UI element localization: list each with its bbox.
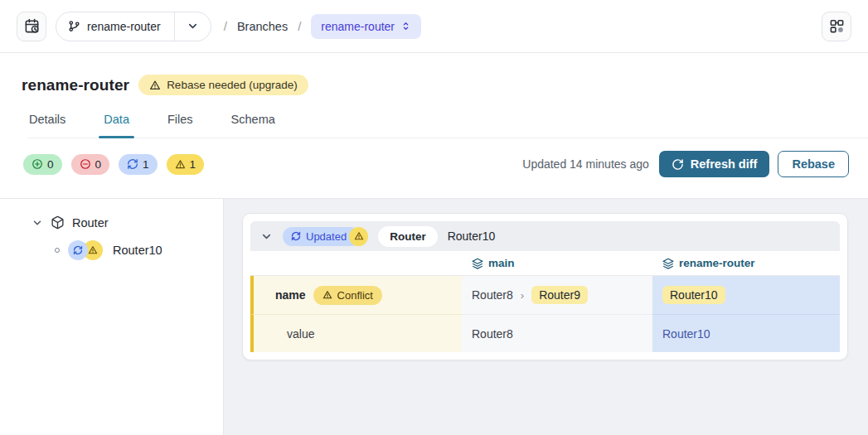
item-status-badges xyxy=(68,240,103,260)
top-bar: rename-router / Branches / rename-router xyxy=(0,0,868,53)
entity-type-pill: Router xyxy=(378,226,438,247)
tree-router-label: Router xyxy=(72,216,109,230)
column-header-rename-router: rename-router xyxy=(652,257,840,269)
layers-icon xyxy=(662,258,674,269)
removed-count: 0 xyxy=(95,158,102,171)
diff-column-headers: main rename-router xyxy=(250,251,840,276)
tab-bar: Details Data Files Schema xyxy=(27,113,868,138)
breadcrumb: / Branches / rename-router xyxy=(224,14,421,39)
branch-selector-label: rename-router xyxy=(87,20,161,33)
entity-name-label: Router10 xyxy=(448,230,496,243)
plus-circle-icon xyxy=(32,158,43,170)
diff-counts: 0 0 1 1 xyxy=(23,154,204,175)
home-logo-button[interactable] xyxy=(17,12,46,41)
breadcrumb-current-branch-select[interactable]: rename-router xyxy=(311,14,421,39)
rebase-needed-label: Rebase needed (upgrade) xyxy=(167,79,298,91)
breadcrumb-current-label: rename-router xyxy=(321,20,395,33)
calendar-clock-icon xyxy=(24,18,40,34)
field-value-label: value xyxy=(287,327,314,341)
updated-status-pill: Updated xyxy=(283,227,368,246)
branch-selector[interactable]: rename-router xyxy=(56,12,211,41)
diff-row-value: value Router8 Router10 xyxy=(250,314,840,352)
field-name-label: name xyxy=(275,288,306,302)
field-cell-value: value xyxy=(250,314,462,352)
main-value: Router8 xyxy=(472,327,513,341)
updated-status-icon xyxy=(68,240,88,260)
updated-count: 1 xyxy=(143,158,149,171)
diff-main-area: Updated Router Router10 main xyxy=(224,199,868,435)
sync-icon xyxy=(127,158,138,170)
last-updated-text: Updated 14 minutes ago xyxy=(522,157,649,171)
added-count: 0 xyxy=(47,158,54,171)
tree-item-router[interactable]: Router xyxy=(0,215,223,230)
diff-toolbar: 0 0 1 1 Updated 14 minutes ago xyxy=(0,138,868,177)
conflict-count-badge: 1 xyxy=(167,154,205,175)
content-area: Router Router10 xyxy=(0,199,868,435)
branch-value-highlight: Router10 xyxy=(662,286,725,304)
tree-router10-label: Router10 xyxy=(113,244,162,257)
chevron-down-icon xyxy=(187,20,199,32)
chevron-down-icon xyxy=(32,217,43,229)
change-arrow: › xyxy=(521,289,524,302)
field-cell-name: name Conflict xyxy=(250,276,462,314)
rebase-button[interactable]: Rebase xyxy=(778,151,849,177)
branch-cell-name: Router10 xyxy=(652,276,840,314)
tree-item-router10[interactable]: Router10 xyxy=(0,240,223,260)
diff-row-name: name Conflict Router8 › Router9 Router10 xyxy=(250,276,840,314)
app-screen: rename-router / Branches / rename-router xyxy=(0,0,868,435)
conflict-warning-icon xyxy=(349,227,368,246)
updated-status-label: Updated xyxy=(306,230,347,243)
warning-icon xyxy=(322,290,332,300)
branch-cell-value: Router10 xyxy=(652,314,840,352)
branch-value: Router10 xyxy=(662,327,710,341)
main-cell-name: Router8 › Router9 xyxy=(462,276,652,314)
tab-details[interactable]: Details xyxy=(27,113,67,138)
diff-card: Updated Router Router10 main xyxy=(242,213,848,360)
main-cell-value: Router8 xyxy=(462,314,652,352)
new-value-highlight: Router9 xyxy=(531,286,588,304)
column-header-main: main xyxy=(462,257,652,269)
removed-count-badge: 0 xyxy=(71,154,110,175)
refresh-diff-button[interactable]: Refresh diff xyxy=(659,151,770,177)
warning-icon xyxy=(175,159,186,170)
diff-card-header: Updated Router Router10 xyxy=(250,221,840,251)
rebase-needed-badge: Rebase needed (upgrade) xyxy=(138,75,308,95)
page-header: rename-router Rebase needed (upgrade) De… xyxy=(0,53,868,199)
refresh-icon xyxy=(672,158,684,171)
page-title: rename-router xyxy=(22,76,129,94)
added-count-badge: 0 xyxy=(23,154,62,175)
schema-graph-button[interactable] xyxy=(822,12,851,41)
column-branch-label: rename-router xyxy=(679,257,755,269)
conflict-count: 1 xyxy=(190,158,196,171)
entity-tree-sidebar: Router Router10 xyxy=(0,199,224,435)
column-main-label: main xyxy=(488,257,515,269)
refresh-diff-label: Refresh diff xyxy=(691,157,758,171)
bullet-icon xyxy=(55,248,60,253)
conflict-badge: Conflict xyxy=(313,286,382,305)
breadcrumb-separator: / xyxy=(224,19,227,33)
unfold-icon xyxy=(400,21,411,31)
warning-icon xyxy=(149,80,161,91)
sync-icon xyxy=(291,231,301,241)
breadcrumb-branches-link[interactable]: Branches xyxy=(237,20,288,33)
minus-circle-icon xyxy=(80,158,91,170)
breadcrumb-separator: / xyxy=(298,19,301,33)
conflict-badge-label: Conflict xyxy=(337,289,373,302)
collapse-chevron-icon[interactable] xyxy=(260,230,273,243)
tab-schema[interactable]: Schema xyxy=(230,113,277,138)
branch-dropdown-toggle[interactable] xyxy=(175,20,211,32)
cube-icon xyxy=(51,215,65,230)
updated-count-badge: 1 xyxy=(119,154,158,175)
layers-icon xyxy=(472,258,483,269)
git-branch-icon xyxy=(68,20,80,32)
graph-nodes-icon xyxy=(829,18,845,34)
tab-data[interactable]: Data xyxy=(102,113,131,138)
old-value: Router8 xyxy=(472,288,513,302)
tab-files[interactable]: Files xyxy=(166,113,195,138)
